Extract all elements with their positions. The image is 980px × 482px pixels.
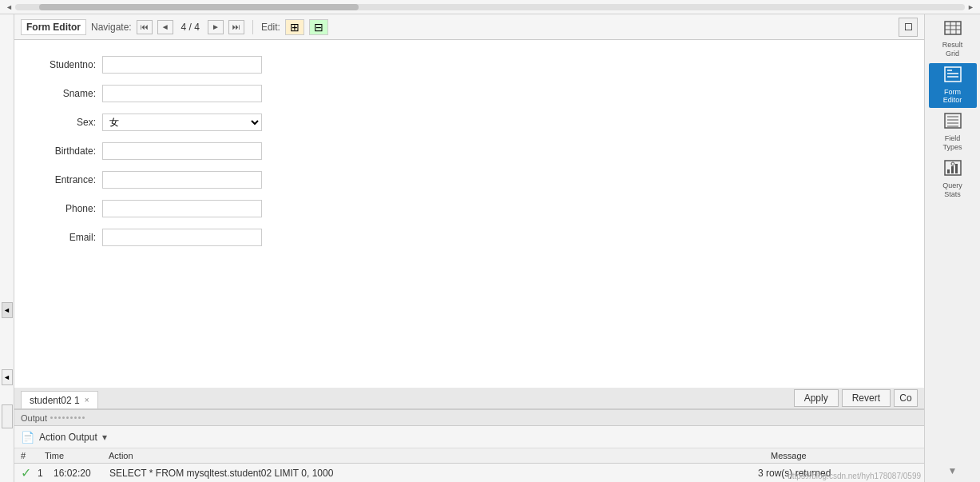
svg-rect-17 — [955, 164, 958, 173]
nav-first-button[interactable]: ⏮ — [137, 20, 153, 34]
left-panel-block — [2, 404, 13, 428]
sidebar-item-field-types[interactable]: FieldTypes — [929, 110, 977, 155]
apply-button[interactable]: Apply — [794, 389, 839, 407]
output-panel: Output 📄 Action Output ▾ — [14, 409, 924, 482]
nav-last-button[interactable]: ⏭ — [228, 20, 244, 34]
input-email[interactable] — [102, 229, 262, 246]
form-row-birthdate: Birthdate: — [38, 142, 900, 160]
left-expand-btn-2[interactable]: ◄ — [2, 369, 13, 385]
navigate-label: Navigate: — [91, 22, 132, 33]
tab-student02[interactable]: student02 1 × — [21, 391, 98, 408]
label-sex: Sex: — [38, 117, 102, 128]
form-editor-icon — [944, 66, 962, 86]
scroll-left-arrow[interactable]: ◄ — [3, 3, 15, 11]
scroll-right-arrow[interactable]: ► — [965, 3, 977, 11]
nav-next-button[interactable]: ► — [208, 20, 224, 34]
tab-close-icon[interactable]: × — [85, 396, 89, 404]
page-info: 4 / 4 — [178, 22, 203, 33]
row-time: 16:02:20 — [54, 468, 109, 479]
tab-actions: Apply Revert Co — [794, 389, 924, 407]
output-dots — [50, 416, 85, 419]
form-editor-label: Form Editor — [21, 19, 86, 35]
label-sname: Sname: — [38, 88, 102, 99]
output-table: # Time Action Message ● 1 — [14, 448, 924, 464]
input-entrance[interactable] — [102, 171, 262, 189]
form-row-studentno: Studentno: — [38, 56, 900, 74]
nav-prev-button[interactable]: ◄ — [157, 20, 173, 34]
edit-grid-icon[interactable]: ⊞ — [285, 19, 304, 35]
sidebar-down-arrow[interactable]: ▼ — [941, 463, 965, 479]
main-container: ◄ ► ◄ ◄ Form Editor Navigate: ⏮ ◄ 4 / 4 … — [0, 0, 980, 482]
form-content: Studentno: Sname: Sex: 女 男 Birthdate: — [14, 40, 924, 388]
form-row-phone: Phone: — [38, 200, 900, 217]
output-label: Output — [21, 413, 47, 423]
right-sidebar: ResultGrid FormEditor — [924, 14, 980, 482]
query-stats-label: QueryStats — [942, 181, 962, 199]
label-entrance: Entrance: — [38, 174, 102, 185]
form-row-sname: Sname: — [38, 85, 900, 102]
col-header-time: Time — [38, 448, 102, 464]
input-studentno[interactable] — [102, 56, 262, 74]
action-output-dropdown-icon[interactable]: ▾ — [102, 432, 107, 443]
form-editor-sidebar-label: FormEditor — [943, 88, 962, 106]
input-birthdate[interactable] — [102, 142, 262, 160]
action-output-label: Action Output — [39, 432, 97, 443]
success-icon: ✓ — [21, 465, 31, 480]
svg-rect-5 — [945, 67, 961, 82]
partial-button[interactable]: Co — [894, 389, 918, 407]
tab-label: student02 1 — [30, 395, 80, 406]
sidebar-item-form-editor[interactable]: FormEditor — [929, 63, 977, 109]
select-sex[interactable]: 女 男 — [102, 114, 262, 131]
label-studentno: Studentno: — [38, 59, 102, 70]
result-grid-label: ResultGrid — [942, 41, 963, 58]
edit-label: Edit: — [261, 22, 280, 33]
col-header-message: Message — [764, 448, 924, 464]
row-num: 1 — [38, 468, 54, 479]
svg-rect-15 — [947, 169, 950, 173]
sidebar-item-result-grid[interactable]: ResultGrid — [929, 18, 977, 62]
input-sname[interactable] — [102, 85, 262, 102]
url-hint: https://blog.csdn.net/hyh178087/0599 — [788, 472, 921, 480]
output-header: Output — [14, 410, 924, 426]
query-stats-icon — [944, 160, 962, 180]
revert-button[interactable]: Revert — [842, 389, 891, 407]
form-editor-toolbar: Form Editor Navigate: ⏮ ◄ 4 / 4 ► ⏭ Edit… — [14, 14, 924, 40]
label-birthdate: Birthdate: — [38, 145, 102, 157]
label-phone: Phone: — [38, 203, 102, 214]
panel-toggle-button[interactable]: ☐ — [899, 18, 918, 37]
left-expand-btn-1[interactable]: ◄ — [2, 302, 13, 318]
field-types-icon — [944, 113, 962, 133]
output-toolbar: 📄 Action Output ▾ — [14, 426, 924, 448]
row-action: SELECT * FROM mysqltest.student02 LIMIT … — [109, 468, 758, 479]
input-phone[interactable] — [102, 200, 262, 217]
tab-bar: student02 1 × Apply Revert Co — [14, 388, 924, 409]
form-row-sex: Sex: 女 男 — [38, 114, 900, 131]
svg-rect-16 — [951, 166, 954, 173]
action-output-doc-icon: 📄 — [21, 431, 34, 444]
edit-grid2-icon[interactable]: ⊟ — [309, 19, 328, 35]
svg-rect-9 — [945, 114, 961, 128]
output-row: ✓ 1 16:02:20 SELECT * FROM mysqltest.stu… — [14, 464, 924, 482]
label-email: Email: — [38, 232, 102, 243]
svg-point-18 — [951, 162, 954, 165]
form-row-email: Email: — [38, 229, 900, 246]
result-grid-icon — [944, 21, 962, 39]
col-header-hash: # — [14, 448, 38, 464]
separator-1 — [252, 20, 253, 34]
field-types-label: FieldTypes — [942, 134, 962, 152]
form-row-entrance: Entrance: — [38, 171, 900, 189]
sidebar-item-query-stats[interactable]: QueryStats — [929, 157, 977, 202]
col-header-action: Action — [102, 448, 764, 464]
svg-rect-0 — [945, 22, 961, 34]
